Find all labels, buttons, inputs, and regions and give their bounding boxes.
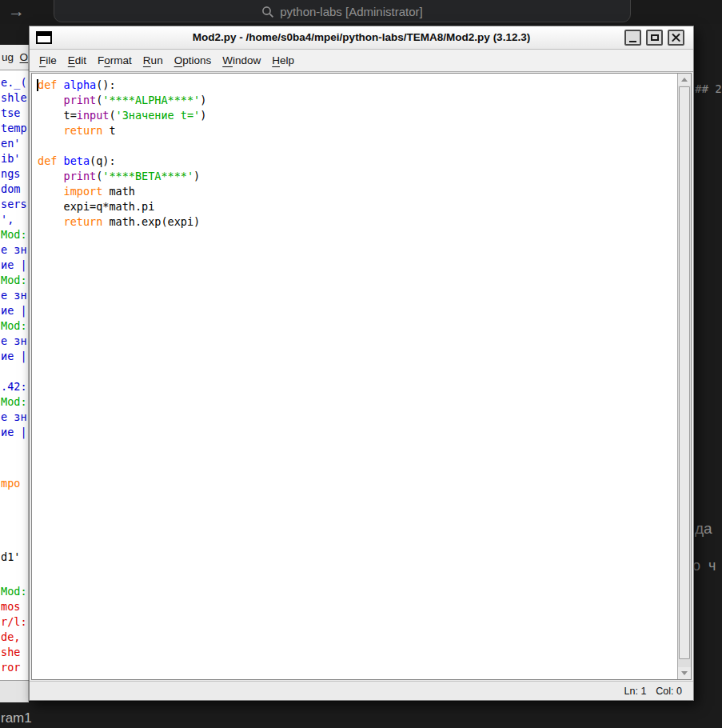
shell-text-fragment: ngs <box>1 167 20 180</box>
status-line: Ln: 1 <box>624 686 647 697</box>
shell-text-fragment: e зн <box>1 334 27 347</box>
forward-arrow-icon[interactable]: → <box>8 0 25 22</box>
code-text: def alpha(): print('****ALPHA****') t=in… <box>32 74 677 230</box>
search-icon <box>261 6 274 18</box>
background-status-bar <box>0 680 29 702</box>
menu-bar: FileEditFormatRunOptionsWindowHelp <box>30 50 693 72</box>
top-bar: → python-labs [Administrator] <box>0 0 722 24</box>
shell-text-fragment: r/l: <box>1 615 27 628</box>
desktop-text-fragment: о ч <box>692 558 716 574</box>
menu-help[interactable]: Help <box>266 50 300 70</box>
shell-text-fragment: ', <box>1 213 14 226</box>
shell-text-fragment: ib' <box>1 152 20 165</box>
minimize-icon <box>629 41 636 42</box>
scroll-down-button[interactable] <box>678 667 691 679</box>
shell-text-fragment: de, <box>1 630 20 643</box>
menu-window[interactable]: Window <box>217 50 266 70</box>
shell-text-fragment: ror <box>1 661 20 674</box>
desktop: { "colors": { "kw": "#ff7700", "df": "#0… <box>0 0 722 728</box>
shell-text-fragment: tse <box>1 106 20 119</box>
status-col: Col: 0 <box>656 686 682 697</box>
scrollbar-track[interactable] <box>678 86 691 667</box>
editor-area: def alpha(): print('****ALPHA****') t=in… <box>31 73 692 680</box>
menu-format[interactable]: Format <box>92 50 138 70</box>
background-menu-fragment: ug O <box>0 45 29 70</box>
search-text: python-labs [Administrator] <box>280 5 422 18</box>
shell-text-fragment: d1' <box>1 550 20 563</box>
window-controls <box>624 30 684 46</box>
shell-text-fragment: temp <box>1 122 27 134</box>
background-shell-text: e._(shletsetempen'ib'ngsdomsers',Mod:e з… <box>0 70 29 680</box>
menu-edit[interactable]: Edit <box>62 50 92 70</box>
status-bar: Ln: 1 Col: 0 <box>30 681 693 700</box>
shell-text-fragment: ие | <box>1 426 27 438</box>
shell-text-fragment: Mod: <box>1 319 27 332</box>
minimize-button[interactable] <box>624 30 641 46</box>
maximize-button[interactable] <box>646 30 663 46</box>
shell-text-fragment: Mod: <box>1 395 27 408</box>
desktop-text-fragment: ram1 <box>1 710 32 726</box>
shell-text-fragment: shle <box>1 91 27 104</box>
shell-text-fragment: Mod: <box>1 585 27 598</box>
menu-file[interactable]: File <box>34 50 62 70</box>
scroll-down-icon <box>681 671 688 675</box>
text-cursor <box>37 79 38 91</box>
scrollbar-thumb[interactable] <box>679 86 690 659</box>
maximize-icon <box>651 34 659 41</box>
background-shell-window[interactable]: ug O e._(shletsetempen'ib'ngsdomsers',Mo… <box>0 45 29 702</box>
desktop-text-fragment: да <box>695 520 712 538</box>
close-icon <box>672 34 680 42</box>
shell-text-fragment: en' <box>1 137 20 150</box>
code-editor[interactable]: def alpha(): print('****ALPHA****') t=in… <box>32 74 677 679</box>
shell-text-fragment: mos <box>1 600 20 613</box>
shell-text-fragment: she <box>1 646 20 658</box>
scroll-up-button[interactable] <box>678 74 691 86</box>
shell-text-fragment: Mod: <box>1 274 27 286</box>
idle-editor-window: Mod2.py - /home/s0ba4/mpei/python-labs/T… <box>29 26 694 701</box>
shell-text-fragment: sers <box>1 198 27 210</box>
vertical-scrollbar <box>677 74 691 679</box>
desktop-text-fragment: ## 2 <box>695 82 722 95</box>
shell-text-fragment: .42: <box>1 380 27 393</box>
shell-text-fragment: e зн <box>1 289 27 302</box>
menu-options[interactable]: Options <box>169 50 217 70</box>
shell-text-fragment: Mod: <box>1 228 27 241</box>
shell-text-fragment: ие | <box>1 258 27 271</box>
shell-text-fragment: e._( <box>1 76 27 89</box>
window-title: Mod2.py - /home/s0ba4/mpei/python-labs/T… <box>30 26 693 49</box>
shell-text-fragment: e зн <box>1 410 27 423</box>
scroll-up-icon <box>681 78 688 82</box>
shell-text-fragment: dom <box>1 182 20 195</box>
shell-text-fragment: ие | <box>1 304 27 317</box>
shell-text-fragment: mpo <box>1 477 20 490</box>
shell-text-fragment: e зн <box>1 243 27 256</box>
shell-text-fragment: ие | <box>1 350 27 362</box>
menu-run[interactable]: Run <box>138 50 169 70</box>
title-bar[interactable]: Mod2.py - /home/s0ba4/mpei/python-labs/T… <box>30 26 693 50</box>
close-button[interactable] <box>668 30 684 46</box>
search-input[interactable]: python-labs [Administrator] <box>54 0 631 22</box>
